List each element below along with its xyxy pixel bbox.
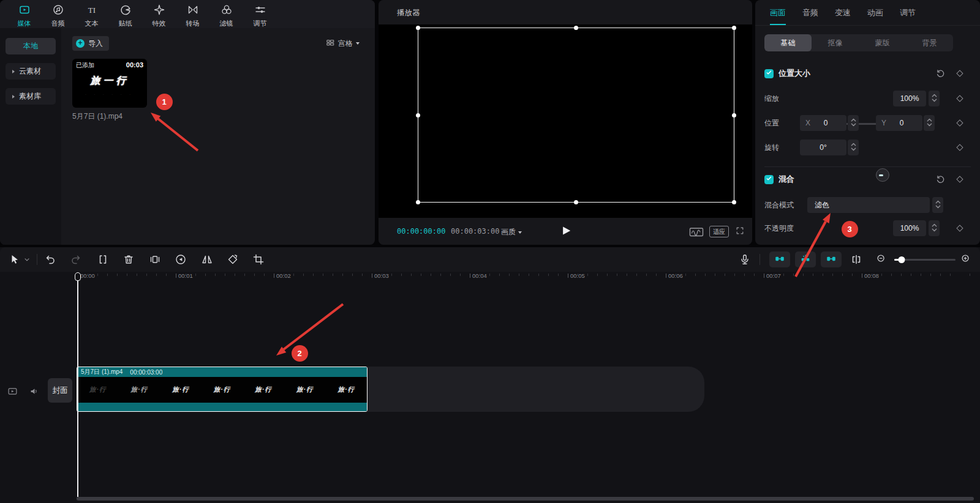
select-tool-icon[interactable]: [9, 253, 21, 267]
subtab-basic[interactable]: 基础: [764, 34, 812, 51]
quality-dropdown[interactable]: 画质: [501, 227, 522, 237]
horizontal-scrollbar[interactable]: [77, 497, 974, 501]
freeze-frame-icon[interactable]: [149, 253, 161, 267]
subtab-cutout[interactable]: 抠像: [812, 34, 859, 51]
chevron-down-icon[interactable]: [23, 256, 31, 265]
rotation-value[interactable]: 0°: [800, 140, 846, 155]
tab-speed[interactable]: 变速: [835, 0, 851, 25]
sidebar-item-library[interactable]: 素材库: [6, 88, 56, 105]
video-preview[interactable]: [379, 24, 752, 218]
keyframe-diamond-icon[interactable]: [956, 176, 963, 182]
fit-button[interactable]: 适应: [709, 226, 729, 237]
blend-mode-stepper[interactable]: [932, 197, 943, 213]
sidebar-item-local[interactable]: 本地: [6, 38, 56, 54]
keyframe-diamond-icon[interactable]: [956, 119, 963, 126]
filmstrip-frame: 旅·行: [119, 377, 160, 402]
top-nav-item-sticker[interactable]: 贴纸: [108, 0, 142, 28]
top-nav-item-adjust[interactable]: 调节: [243, 0, 277, 28]
top-nav-item-text[interactable]: TI文本: [75, 0, 108, 28]
top-nav-item-audio[interactable]: 音频: [41, 0, 75, 28]
handle-mid-left[interactable]: [416, 113, 420, 117]
handle-bottom-right[interactable]: [732, 200, 736, 204]
split-icon[interactable]: [97, 253, 109, 267]
cover-button[interactable]: 封面: [48, 378, 72, 403]
rotation-stepper[interactable]: [848, 140, 859, 155]
ruler-minor-tick: [901, 274, 902, 276]
ruler-minor-tick: [117, 274, 118, 276]
handle-top-mid[interactable]: [574, 26, 578, 30]
tab-animation[interactable]: 动画: [867, 0, 883, 25]
undo-icon[interactable]: [44, 253, 56, 267]
preview-axis-icon[interactable]: [850, 253, 862, 267]
keyframe-diamond-icon[interactable]: [956, 95, 963, 102]
position-x-stepper[interactable]: [848, 115, 859, 131]
blend-mode-dropdown[interactable]: 滤色: [807, 197, 930, 213]
position-y-stepper[interactable]: [924, 115, 935, 131]
opacity-value[interactable]: 100%: [893, 220, 926, 236]
player-controls: 00:00:00:00 00:00:03:00 画质 适应: [379, 218, 752, 245]
play-button[interactable]: [559, 224, 572, 239]
opacity-stepper[interactable]: [929, 220, 940, 236]
position-x-field[interactable]: X 0: [800, 115, 846, 131]
blend-checkbox[interactable]: [764, 175, 774, 184]
video-bounding-box[interactable]: [418, 28, 734, 203]
reverse-icon[interactable]: [175, 253, 187, 267]
handle-top-right[interactable]: [732, 26, 736, 30]
auto-snap-button[interactable]: [795, 252, 816, 267]
top-nav-label: 文本: [85, 19, 99, 28]
handle-mid-right[interactable]: [732, 113, 736, 117]
scale-value[interactable]: 100%: [893, 91, 926, 106]
timeline-zoom-slider[interactable]: [894, 259, 956, 261]
ruler-minor-tick: [754, 274, 755, 276]
handle-bottom-mid[interactable]: [574, 200, 578, 204]
view-mode-button[interactable]: 宫格: [326, 38, 375, 49]
position-y-field[interactable]: Y 0: [876, 115, 922, 131]
mute-track-icon[interactable]: [29, 386, 40, 398]
sidebar-item-cloud[interactable]: 云素材: [6, 63, 56, 80]
top-nav-item-effects[interactable]: 特效: [142, 0, 176, 28]
timeline-ruler[interactable]: 00:0000:0100:0200:0300:0400:0500:0600:07…: [0, 272, 980, 283]
ruler-minor-tick: [685, 274, 686, 276]
main-track-magnet-button[interactable]: [769, 252, 790, 267]
subtab-background[interactable]: 背景: [906, 34, 953, 51]
mirror-icon[interactable]: [201, 253, 213, 267]
tab-audio[interactable]: 音频: [802, 0, 818, 25]
top-nav-item-transition[interactable]: 转场: [176, 0, 209, 28]
rotation-dial[interactable]: [876, 168, 889, 182]
rotate-icon[interactable]: [227, 253, 239, 267]
zoom-out-icon[interactable]: [876, 253, 887, 266]
track-type-icon[interactable]: [7, 386, 18, 398]
ruler-minor-tick: [509, 274, 510, 276]
top-nav-item-media[interactable]: 媒体: [7, 0, 41, 28]
keyframe-diamond-icon[interactable]: [956, 225, 963, 231]
tab-picture[interactable]: 画面: [770, 0, 786, 25]
reset-icon[interactable]: [935, 69, 946, 81]
delete-icon[interactable]: [123, 253, 135, 267]
media-clip-card[interactable]: 已添加 00:03 旅一行 · · · · · ·: [72, 59, 147, 108]
top-nav-item-filter[interactable]: 滤镜: [209, 0, 243, 28]
view-mode-label: 宫格: [338, 39, 353, 49]
scale-stepper[interactable]: [929, 91, 940, 106]
redo-icon[interactable]: [70, 253, 82, 267]
waveform-toggle-icon[interactable]: [688, 226, 704, 240]
handle-bottom-left[interactable]: [416, 200, 420, 204]
keyframe-diamond-icon[interactable]: [956, 70, 963, 76]
timeline-clip[interactable]: 5月7日 (1).mp4 00:00:03:00 旅·行旅·行旅·行旅·行旅·行…: [77, 367, 368, 412]
record-voiceover-icon[interactable]: [739, 253, 751, 267]
divider: [37, 254, 37, 265]
linkage-button[interactable]: [821, 252, 842, 267]
ruler-minor-tick: [587, 274, 588, 276]
fullscreen-icon[interactable]: [735, 226, 745, 237]
zoom-in-icon[interactable]: [960, 253, 971, 266]
timeline-zoom-handle[interactable]: [899, 256, 905, 263]
keyframe-diamond-icon[interactable]: [956, 144, 963, 151]
import-button[interactable]: + 导入: [72, 36, 109, 51]
tab-adjust[interactable]: 调节: [900, 0, 916, 25]
playhead-handle[interactable]: [75, 272, 81, 281]
position-size-checkbox[interactable]: [764, 69, 774, 78]
subtab-mask[interactable]: 蒙版: [859, 34, 906, 51]
linkage-icon: [826, 253, 837, 266]
crop-icon[interactable]: [252, 253, 265, 267]
reset-icon[interactable]: [935, 174, 946, 187]
handle-top-left[interactable]: [416, 26, 420, 30]
